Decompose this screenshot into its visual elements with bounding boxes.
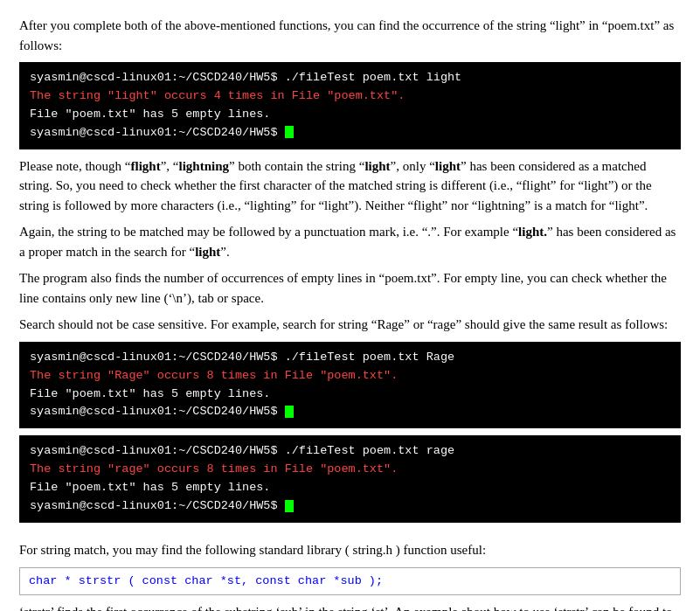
note3-text: The program also finds the number of occ…: [19, 271, 667, 305]
terminal3-prompt: syasmin@cscd-linux01:~/CSCD240/HW5$: [30, 497, 670, 516]
note2-paragraph: Again, the string to be matched may be f…: [19, 222, 681, 261]
terminal-light: syasmin@cscd-linux01:~/CSCD240/HW5$ ./fi…: [19, 62, 681, 149]
note2-text: Again, the string to be matched may be f…: [19, 225, 676, 259]
terminal2-prompt: syasmin@cscd-linux01:~/CSCD240/HW5$: [30, 403, 670, 421]
intro-paragraph: After you complete both of the above-men…: [19, 16, 681, 55]
terminal-rage-lower: syasmin@cscd-linux01:~/CSCD240/HW5$ ./fi…: [19, 435, 681, 523]
note4-text: Search should not be case sensitive. For…: [19, 317, 668, 331]
terminal2-line1: The string "Rage" occurs 8 times in File…: [30, 367, 670, 385]
terminal3-cmd: syasmin@cscd-linux01:~/CSCD240/HW5$ ./fi…: [30, 442, 670, 461]
terminal1-prompt: syasmin@cscd-linux01:~/CSCD240/HW5$: [30, 124, 670, 142]
terminal2-cursor: [285, 406, 294, 418]
strstr-intro-text: For string match, you may find the follo…: [19, 543, 486, 557]
terminal1-line1: The string "light" occurs 4 times in Fil…: [30, 87, 670, 106]
note3-paragraph: The program also finds the number of occ…: [19, 268, 681, 308]
strstr-desc-paragraph: ‘strstr’ finds the first occurrence of t…: [19, 602, 681, 611]
note4-paragraph: Search should not be case sensitive. For…: [19, 315, 681, 335]
terminal2-cmd: syasmin@cscd-linux01:~/CSCD240/HW5$ ./fi…: [30, 349, 670, 367]
strstr-desc-text1: ‘strstr’ finds the first occurrence of t…: [19, 605, 673, 611]
terminal3-line2: File "poem.txt" has 5 empty lines.: [30, 479, 670, 497]
terminal3-cursor: [285, 500, 294, 512]
terminal-rage: syasmin@cscd-linux01:~/CSCD240/HW5$ ./fi…: [19, 342, 681, 429]
terminal1-cmd: syasmin@cscd-linux01:~/CSCD240/HW5$ ./fi…: [30, 69, 670, 87]
intro-text: After you complete both of the above-men…: [19, 18, 674, 52]
terminal1-cursor: [285, 126, 294, 138]
strstr-code: char * strstr ( const char *st, const ch…: [19, 567, 681, 595]
note1-paragraph: Please note, though “flight”, “lightning…: [19, 156, 681, 216]
terminal3-line1: The string "rage" occurs 8 times in File…: [30, 461, 670, 479]
strstr-intro-paragraph: For string match, you may find the follo…: [19, 540, 681, 560]
terminal2-line2: File "poem.txt" has 5 empty lines.: [30, 385, 670, 404]
note1-text: Please note, though “flight”, “lightning…: [19, 159, 652, 212]
terminal1-line2: File "poem.txt" has 5 empty lines.: [30, 106, 670, 124]
